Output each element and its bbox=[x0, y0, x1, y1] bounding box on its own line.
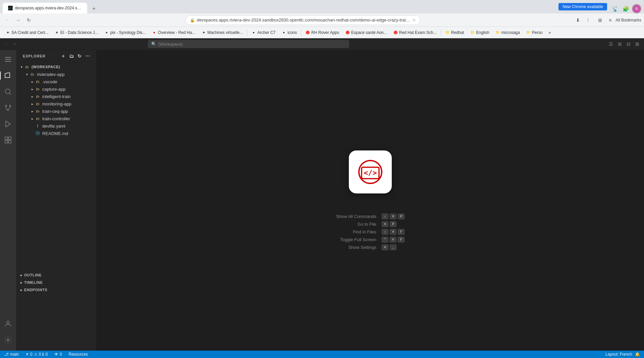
editor-area: </> Show All Commands ⇧ ⌘ P Go to File ⌘… bbox=[97, 50, 644, 351]
tree-readme-md[interactable]: Ⓜ README.md bbox=[16, 130, 96, 137]
bookmark-machines[interactable]: ★ Machines virtuelle... bbox=[199, 29, 246, 36]
shortcut-keys-1: ⌘ P bbox=[382, 221, 405, 227]
bookmark-rover[interactable]: 🔴 RH Rover Apps bbox=[303, 29, 342, 36]
tree-devfile-yaml[interactable]: ! devfile.yaml bbox=[16, 122, 96, 130]
bookmark-sa-credit[interactable]: ★ SA Credit and Cert... bbox=[3, 29, 51, 36]
bookmarks-manager-icon[interactable]: ⊞ bbox=[595, 15, 605, 25]
bookmark-microsaga[interactable]: 📁 microsaga bbox=[493, 29, 523, 36]
bookmark-overview[interactable]: ● Overview - Red Ha... bbox=[149, 29, 198, 36]
activity-settings[interactable] bbox=[0, 332, 16, 348]
bookmark-english[interactable]: 📁 English bbox=[468, 29, 492, 36]
bookmark-exam[interactable]: 🔴 Red Hat Exam Sch... bbox=[390, 29, 439, 36]
sidebar: Explorer + 🗂 ↻ ⋯ 🗁 (WORKSPACE) bbox=[16, 50, 97, 351]
status-errors[interactable]: ✕ 0 ⚠ 0 ℹ 0 bbox=[24, 351, 49, 358]
bookmark-espace-icon: 🔴 bbox=[345, 30, 350, 35]
refresh-button[interactable]: ↻ bbox=[76, 53, 83, 59]
bookmark-archer[interactable]: ● Archer C7 bbox=[249, 29, 278, 36]
tree-monitoring-app[interactable]: 🗁 monitoring-app bbox=[16, 100, 96, 107]
all-bookmarks-label[interactable]: All Bookmarks bbox=[615, 18, 641, 23]
bookmark-perso[interactable]: 📁 Perso bbox=[523, 29, 545, 36]
tree-intelligent-train[interactable]: 🗁 intelligent-train bbox=[16, 93, 96, 100]
back-button[interactable]: ← bbox=[3, 15, 12, 25]
status-notification-bell[interactable]: 🔔 bbox=[634, 351, 641, 358]
status-watch[interactable]: 👁 0 bbox=[53, 351, 63, 358]
address-bar[interactable]: 🔒 devspaces.apps.riviera-dev-2024.sandbo… bbox=[185, 15, 420, 25]
new-chrome-banner[interactable]: New Chrome available bbox=[558, 3, 607, 10]
activity-run-debug[interactable] bbox=[0, 116, 16, 132]
new-folder-button[interactable]: 🗂 bbox=[68, 53, 75, 59]
bell-icon: 🔔 bbox=[635, 352, 640, 357]
kbd-ctrl-3: ^ bbox=[382, 237, 388, 242]
vscode-back-button[interactable]: ← bbox=[3, 40, 11, 48]
bookmark-espace[interactable]: 🔴 Espace santé Aon... bbox=[342, 29, 390, 36]
section-endpoints[interactable]: Endpoints bbox=[16, 286, 96, 294]
shortcut-label-0: Show All Commands bbox=[336, 214, 376, 219]
download-icon[interactable]: ⬇ bbox=[573, 15, 583, 25]
profile-icon[interactable]: A bbox=[632, 4, 641, 13]
bookmark-pix[interactable]: ● pix - Synology Dis... bbox=[102, 29, 149, 36]
status-layout[interactable]: Layout: French bbox=[604, 351, 634, 358]
bookmark-star-icon[interactable]: ☆ bbox=[412, 18, 416, 23]
vscode-folder-icon: 🗁 bbox=[35, 79, 40, 84]
vscode-forward-button[interactable]: → bbox=[11, 40, 19, 48]
status-branch[interactable]: ⎇ main bbox=[3, 351, 20, 358]
readme-label: README.md bbox=[42, 131, 68, 136]
kbd-cmd-4: ⌘ bbox=[382, 244, 388, 250]
search-placeholder: (Workspace) bbox=[158, 42, 183, 47]
bookmark-more[interactable]: » bbox=[546, 29, 554, 36]
bookmark-sa-icon: ★ bbox=[5, 30, 10, 35]
section-outline-label: Outline bbox=[24, 273, 42, 277]
collapse-button[interactable]: ⋯ bbox=[84, 53, 91, 59]
bookmark-ei[interactable]: ★ EI - Data Science J... bbox=[52, 29, 101, 36]
bookmark-overview-icon: ● bbox=[152, 30, 157, 35]
activity-hamburger[interactable] bbox=[0, 51, 16, 68]
bookmark-redhat[interactable]: 📁 Redhat bbox=[442, 29, 467, 36]
layout-columns-icon[interactable]: ⊞ bbox=[616, 40, 624, 48]
shortcut-label-3: Toggle Full Screen bbox=[336, 237, 376, 242]
more-menu-button[interactable]: ⋮ bbox=[583, 15, 593, 25]
status-bar: ⎇ main ✕ 0 ⚠ 0 ℹ 0 👁 0 Resources Layout:… bbox=[0, 351, 644, 358]
svg-rect-12 bbox=[8, 137, 11, 140]
workspace-folder-icon: 🗁 bbox=[24, 64, 30, 70]
readme-icon: Ⓜ bbox=[35, 131, 40, 136]
new-file-button[interactable]: + bbox=[60, 53, 67, 59]
svg-line-6 bbox=[10, 93, 11, 95]
workspace-search[interactable]: 🔍 (Workspace) bbox=[148, 40, 349, 48]
svg-point-7 bbox=[5, 105, 7, 106]
tree-capture-app[interactable]: 🗁 capture-app bbox=[16, 85, 96, 93]
tree-vscode-folder[interactable]: 🗁 .vscode bbox=[16, 78, 96, 85]
status-resources[interactable]: Resources bbox=[67, 351, 89, 358]
vscode-window: ← → 🔍 (Workspace) ☰ ⊞ ⊟ ⊠ bbox=[0, 38, 644, 358]
cast-icon[interactable]: 📡 bbox=[610, 4, 620, 13]
new-tab-button[interactable]: + bbox=[89, 4, 99, 13]
activity-extensions[interactable] bbox=[0, 132, 16, 148]
section-timeline[interactable]: Timeline bbox=[16, 279, 96, 286]
tree-train-ceq-app[interactable]: 🗁 train-ceq-app bbox=[16, 107, 96, 115]
vscode-folder-arrow bbox=[30, 79, 35, 84]
layout-customize-icon[interactable]: ⊠ bbox=[633, 40, 641, 48]
tree-rivieradev-app[interactable]: 🗁 rivieradev-app bbox=[16, 71, 96, 78]
reload-button[interactable]: ↻ bbox=[24, 15, 34, 25]
vscode-logo: </> bbox=[349, 150, 392, 193]
train-controller-label: train-controller bbox=[42, 116, 70, 121]
warning-icon: ⚠ bbox=[34, 352, 38, 357]
bookmark-separator-3 bbox=[441, 29, 441, 36]
layout-rows-icon[interactable]: ⊟ bbox=[625, 40, 633, 48]
kbd-cmd-2: ⌘ bbox=[390, 229, 396, 235]
activity-source-control[interactable] bbox=[0, 100, 16, 116]
sidebar-title: Explorer bbox=[23, 54, 46, 58]
extensions-icon[interactable]: 🧩 bbox=[621, 4, 631, 13]
activity-account[interactable] bbox=[0, 316, 16, 332]
forward-button[interactable]: → bbox=[13, 15, 23, 25]
bookmark-icons[interactable]: ● icons bbox=[279, 29, 300, 36]
activity-explorer[interactable] bbox=[0, 68, 16, 84]
all-bookmarks-button[interactable]: ≡ bbox=[605, 15, 615, 25]
tree-train-controller[interactable]: 🗁 train-controller bbox=[16, 115, 96, 122]
active-tab[interactable]: </> devspaces.apps.riviera-dev-2024.sand… bbox=[3, 3, 87, 13]
error-icon: ✕ bbox=[25, 352, 29, 357]
activity-search[interactable] bbox=[0, 84, 16, 100]
tree-workspace-root[interactable]: 🗁 (WORKSPACE) bbox=[16, 63, 96, 71]
layout-sidebar-left-icon[interactable]: ☰ bbox=[607, 40, 615, 48]
section-outline[interactable]: Outline bbox=[16, 271, 96, 279]
workspace-label: (WORKSPACE) bbox=[32, 65, 60, 69]
